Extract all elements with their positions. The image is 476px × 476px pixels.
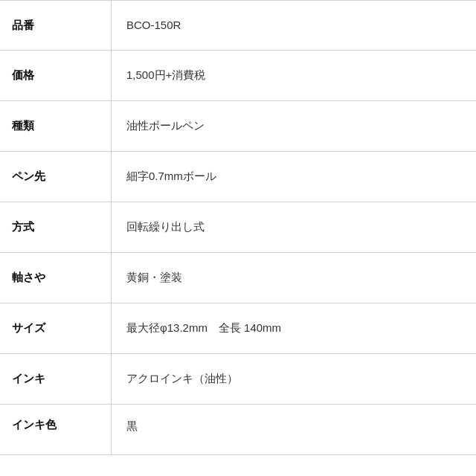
label-mechanism: 方式 [0,202,112,252]
table-row: インキ色黒 [0,405,476,455]
value-mechanism: 回転繰り出し式 [112,202,476,252]
table-row: 方式回転繰り出し式 [0,202,476,253]
table-row: ペン先細字0.7mmボール [0,152,476,202]
label-model: 品番 [0,1,112,50]
value-type: 油性ボールペン [112,101,476,151]
table-row: 種類油性ボールペン [0,101,476,152]
label-type: 種類 [0,101,112,151]
table-row: サイズ最大径φ13.2mm 全長 140mm [0,303,476,354]
value-model: BCO-150R [112,1,476,50]
table-row: 品番BCO-150R [0,0,476,51]
value-barrel: 黄銅・塗装 [112,253,476,303]
spec-table: 品番BCO-150R価格1,500円+消費税種類油性ボールペンペン先細字0.7m… [0,0,476,455]
label-ink: インキ [0,354,112,404]
value-ink: アクロインキ（油性） [112,354,476,404]
value-price: 1,500円+消費税 [112,51,476,100]
table-row: 軸さや黄銅・塗装 [0,253,476,303]
label-tip: ペン先 [0,152,112,202]
label-barrel: 軸さや [0,253,112,303]
table-row: 価格1,500円+消費税 [0,51,476,101]
table-row: インキアクロインキ（油性） [0,354,476,405]
value-tip: 細字0.7mmボール [112,152,476,202]
value-ink-color: 黒 [112,405,476,454]
value-size: 最大径φ13.2mm 全長 140mm [112,303,476,353]
label-size: サイズ [0,303,112,353]
label-price: 価格 [0,51,112,100]
label-ink-color: インキ色 [0,405,112,454]
